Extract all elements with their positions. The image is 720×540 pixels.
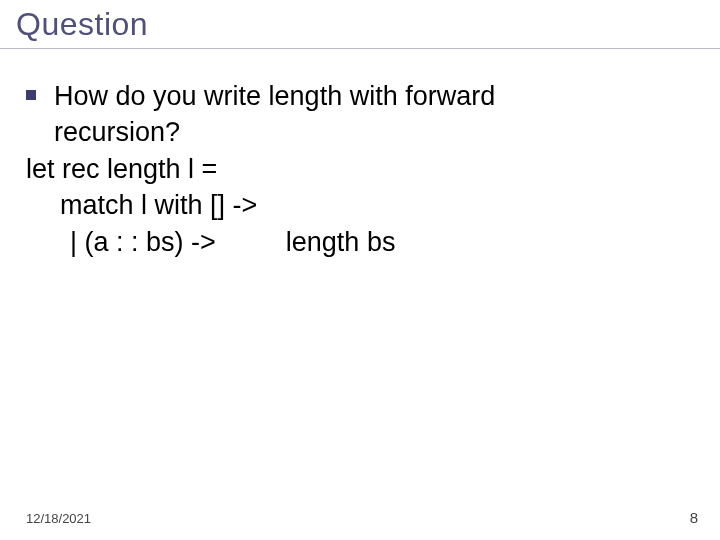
footer-date: 12/18/2021	[26, 511, 91, 526]
footer-page-number: 8	[690, 509, 698, 526]
slide: Question How do you write length with fo…	[0, 0, 720, 540]
bullet-line-1: How do you write length with forward	[54, 81, 495, 111]
code-line-2: match l with [] ->	[60, 187, 700, 223]
code-line-3b: length bs	[286, 227, 396, 257]
bullet-item: How do you write length with forward rec…	[26, 78, 700, 151]
slide-body: How do you write length with forward rec…	[26, 78, 700, 260]
code-line-3: | (a : : bs) ->length bs	[70, 224, 700, 260]
slide-title: Question	[16, 6, 148, 43]
bullet-text: How do you write length with forward rec…	[54, 78, 700, 151]
title-underline	[0, 48, 720, 49]
code-line-3a: | (a : : bs) ->	[70, 227, 216, 257]
bullet-line-2: recursion?	[54, 117, 180, 147]
code-line-1: let rec length l =	[26, 151, 700, 187]
square-bullet-icon	[26, 90, 36, 100]
